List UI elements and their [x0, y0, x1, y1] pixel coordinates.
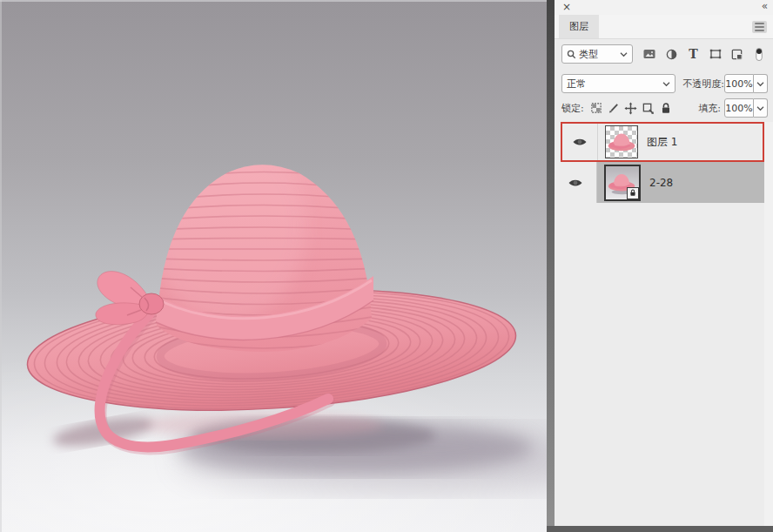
- lock-position-icon[interactable]: [622, 99, 640, 117]
- chevron-down-icon: [756, 81, 764, 87]
- filter-icons-group: T: [641, 45, 768, 63]
- fill-label: 填充:: [698, 102, 721, 115]
- eye-icon: [568, 178, 583, 188]
- canvas-image[interactable]: [0, 0, 547, 532]
- hat-photo-illustration: [0, 0, 547, 532]
- lock-all-icon[interactable]: [657, 99, 675, 117]
- panel-dock-divider[interactable]: [547, 0, 555, 532]
- panel-scroll-gutter[interactable]: [764, 122, 773, 526]
- layer-row-228[interactable]: 2-28: [555, 162, 764, 203]
- visibility-toggle[interactable]: [555, 162, 597, 203]
- chevron-down-icon: [620, 51, 628, 57]
- lock-artboard-nesting-icon[interactable]: [640, 99, 657, 117]
- filter-toggle-icon[interactable]: [750, 45, 768, 63]
- lock-transparent-pixels-icon[interactable]: [588, 99, 605, 117]
- layers-panel: × « 图层 类型: [555, 0, 773, 532]
- layer228-thumbnail[interactable]: [604, 165, 641, 201]
- layer-lock-badge: [627, 187, 639, 199]
- type-layer-filter-icon[interactable]: T: [684, 45, 702, 63]
- layer228-name[interactable]: 2-28: [649, 177, 673, 189]
- fill-value-field[interactable]: 100%: [724, 98, 754, 118]
- panel-tab-bar: 图层: [555, 15, 773, 39]
- panel-close-icon[interactable]: ×: [562, 1, 571, 13]
- opacity-dropdown-button[interactable]: [754, 74, 768, 93]
- visibility-toggle[interactable]: [562, 124, 598, 160]
- selected-layer-highlight: 2-28: [597, 162, 764, 203]
- search-icon: [567, 50, 576, 59]
- adjustment-layer-filter-icon[interactable]: [662, 45, 680, 63]
- photoshop-workspace: × « 图层 类型: [0, 0, 773, 532]
- opacity-label: 不透明度:: [682, 77, 724, 91]
- mini-hat-thumbnail: [606, 126, 637, 158]
- panel-collapse-icon[interactable]: «: [762, 0, 768, 12]
- filter-type-label: 类型: [579, 48, 620, 61]
- layer-filter-row: 类型 T: [561, 44, 768, 64]
- lock-icon: [629, 189, 636, 197]
- layer1-thumbnail[interactable]: [605, 125, 638, 158]
- chevron-down-icon: [756, 105, 764, 111]
- blend-mode-row: 正常 不透明度: 100%: [561, 73, 768, 94]
- lock-image-pixels-icon[interactable]: [605, 99, 622, 117]
- lock-label: 锁定:: [561, 102, 584, 115]
- layer-row-layer1[interactable]: 图层 1: [561, 122, 764, 162]
- panel-menu-icon[interactable]: [752, 21, 767, 33]
- blend-mode-select[interactable]: 正常: [561, 74, 676, 93]
- chevron-down-icon: [662, 81, 670, 87]
- eye-icon: [572, 137, 588, 147]
- tab-layers[interactable]: 图层: [559, 15, 599, 38]
- lock-row: 锁定: 填充: 100%: [561, 98, 768, 118]
- shape-layer-filter-icon[interactable]: [707, 45, 724, 63]
- opacity-value-field[interactable]: 100%: [724, 74, 754, 93]
- blend-mode-value: 正常: [567, 77, 662, 91]
- panel-header-strip: × «: [555, 0, 773, 15]
- filter-type-select[interactable]: 类型: [561, 44, 633, 64]
- pixel-layer-filter-icon[interactable]: [641, 45, 658, 63]
- layer1-name[interactable]: 图层 1: [647, 135, 677, 150]
- panel-bottom-edge: [547, 526, 773, 532]
- fill-dropdown-button[interactable]: [754, 98, 768, 118]
- smart-object-filter-icon[interactable]: [729, 45, 746, 63]
